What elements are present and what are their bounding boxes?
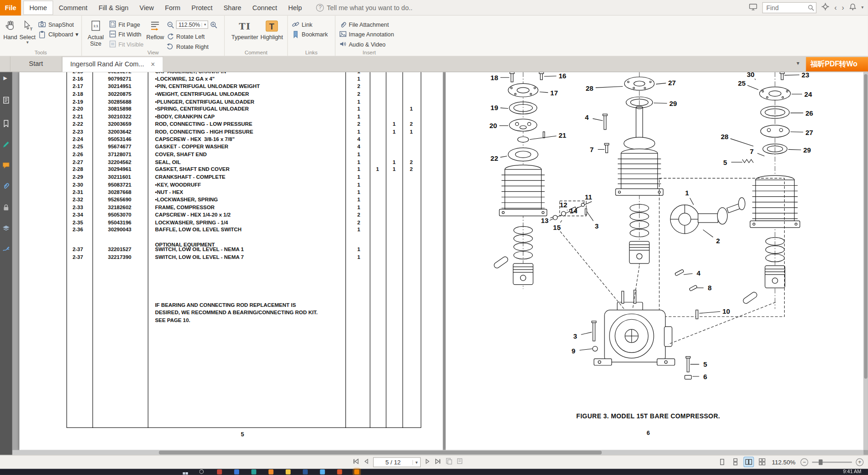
taskbar-app-icon[interactable]	[217, 469, 222, 475]
page-thumbnails-panel-icon[interactable]	[2, 96, 10, 104]
callout-number: 20	[489, 122, 497, 129]
taskbar-app-icon[interactable]	[337, 469, 342, 475]
callout-number: 29	[803, 146, 811, 154]
file-attachment-button[interactable]: File Attachment	[340, 20, 394, 28]
close-icon[interactable]: ×	[151, 61, 155, 68]
pdf-page-6: 1816172827192920421722302325242627282975…	[446, 72, 863, 450]
comments-panel-icon[interactable]	[2, 162, 10, 170]
rotate-left-button[interactable]: Rotate Left	[167, 32, 218, 41]
fit-page-button[interactable]: Fit Page	[109, 20, 144, 28]
taskbar-app-icon[interactable]	[251, 469, 256, 475]
fit-width-button[interactable]: Fit Width	[109, 30, 144, 38]
taskbar-app-icon[interactable]	[320, 469, 325, 475]
gear-icon[interactable]	[821, 2, 829, 12]
single-page-view-icon[interactable]	[718, 457, 727, 466]
menu-tab-help[interactable]: Help	[282, 1, 307, 14]
vertical-scrollbar-thumb[interactable]	[864, 74, 868, 379]
zoom-in-icon[interactable]	[210, 21, 218, 29]
snapshot-button[interactable]: SnapShot	[38, 20, 78, 28]
facing-view-icon[interactable]	[744, 457, 753, 466]
start-button-icon[interactable]	[182, 469, 188, 475]
taskbar-app-icon[interactable]	[286, 469, 291, 475]
fit-visible-button[interactable]: Fit Visible	[109, 40, 144, 48]
audio-video-button[interactable]: Audio & Video	[340, 40, 394, 48]
horizontal-scrollbar-thumb[interactable]	[159, 451, 602, 454]
previous-page-button[interactable]	[363, 457, 369, 467]
promo-banner[interactable]: 福昕PDF转Wo	[806, 57, 868, 71]
zoom-slider[interactable]	[812, 458, 852, 466]
table-row: 2-3130287668•NUT - HEX1	[19, 188, 443, 196]
first-page-button[interactable]	[352, 457, 360, 467]
file-menu-button[interactable]: File	[0, 0, 21, 15]
figure-caption: FIGURE 3. MODEL 15T BARE COMPRESSOR.	[446, 413, 850, 419]
callout-number: 4	[697, 269, 701, 277]
page-box-caret-icon: ▾	[412, 460, 420, 465]
menu-tab-share[interactable]: Share	[218, 1, 247, 14]
signature-panel-icon[interactable]	[2, 245, 10, 252]
sidebar-expand-icon[interactable]: ▶	[3, 75, 7, 81]
image-annotation-button[interactable]: Image Annotation	[340, 30, 394, 38]
last-page-button[interactable]	[434, 457, 442, 467]
typewriter-button[interactable]: TI Typewriter	[231, 17, 258, 40]
nav-forward-icon[interactable]: ›	[842, 4, 844, 11]
continuous-view-icon[interactable]	[731, 457, 740, 466]
taskbar-app-icon[interactable]	[303, 469, 308, 475]
hand-tool-button[interactable]: Hand	[3, 17, 17, 40]
page-number-box[interactable]: 5 / 12 ▾	[373, 457, 421, 467]
menu-tab-protect[interactable]: Protect	[186, 1, 218, 14]
zoom-out-button[interactable]: −	[800, 458, 808, 466]
table-row: 2-3495053070CAPSCREW - HEX 1/4-20 x 1/22	[19, 211, 443, 218]
zoom-combo[interactable]: 112.50% ▾	[176, 20, 209, 29]
tell-me-box[interactable]: ? Tell me what you want to do..	[316, 4, 412, 12]
tab-active-document[interactable]: Ingersoll Rand Air Com... ×	[62, 57, 164, 72]
next-page-button[interactable]	[424, 457, 430, 467]
callout-leader-line	[791, 132, 803, 132]
highlight-button[interactable]: T Highlight	[260, 17, 283, 40]
attachments-panel-icon[interactable]	[2, 182, 10, 189]
next-view-icon[interactable]	[456, 457, 464, 467]
menu-tab-form[interactable]: Form	[159, 1, 186, 14]
table-row: 2-2030815898•SPRING, CENTRIFUGAL UNLOADE…	[19, 106, 443, 113]
edit-panel-icon[interactable]	[2, 141, 10, 148]
tab-list-caret-icon[interactable]: ▾	[797, 60, 799, 66]
menu-tab-comment[interactable]: Comment	[53, 1, 93, 14]
callout-leader-line	[596, 86, 623, 88]
menu-tab-view[interactable]: View	[134, 1, 159, 14]
actual-size-button[interactable]: 1:1 Actual Size	[85, 17, 106, 46]
callout-number: 12	[560, 201, 568, 209]
taskbar-search-icon[interactable]	[199, 469, 204, 474]
tab-start[interactable]: Start	[10, 57, 62, 72]
zoom-in-button[interactable]: +	[856, 458, 864, 466]
taskbar-app-icon[interactable]	[269, 469, 274, 475]
reflow-button[interactable]: Reflow	[147, 17, 164, 40]
previous-view-icon[interactable]	[445, 457, 453, 467]
select-tool-button[interactable]: T Select ▾	[19, 17, 35, 44]
bookmarks-panel-icon[interactable]	[2, 120, 10, 128]
windows-taskbar: 9:41 AM	[0, 469, 868, 475]
zoom-out-icon[interactable]	[167, 21, 175, 29]
bookmark-button[interactable]: Bookmark	[292, 30, 328, 38]
zoom-level-text: 112.50%	[772, 458, 795, 465]
clipboard-button[interactable]: Clipboard ▾	[38, 30, 78, 38]
menubar-caret-icon[interactable]: ▾	[862, 4, 864, 11]
zoom-slider-thumb[interactable]	[819, 459, 822, 465]
menu-tab-connect[interactable]: Connect	[247, 1, 283, 14]
layers-panel-icon[interactable]	[2, 225, 10, 233]
nav-back-icon[interactable]: ‹	[834, 4, 837, 11]
menu-tab-home[interactable]: Home	[23, 0, 53, 15]
vertical-scrollbar[interactable]	[863, 72, 868, 450]
callout-leader-line	[654, 103, 667, 103]
taskbar-app-icon[interactable]	[234, 469, 239, 475]
assistant-icon[interactable]	[749, 2, 757, 12]
link-button[interactable]: Link	[292, 20, 328, 28]
callout-number: 6	[704, 373, 707, 381]
horizontal-scrollbar[interactable]	[12, 450, 863, 455]
continuous-facing-view-icon[interactable]	[757, 457, 767, 466]
callout-number: 11	[585, 193, 592, 201]
menu-tab-fill-sign[interactable]: Fill & Sign	[93, 1, 134, 14]
callout-number: 23	[802, 72, 809, 79]
bell-icon[interactable]	[849, 2, 856, 12]
table-row: 2-2232003659ROD, CONNECTING - LOW PRESSU…	[19, 120, 443, 128]
security-panel-icon[interactable]	[2, 204, 10, 211]
taskbar-active-app-icon[interactable]	[354, 469, 359, 475]
